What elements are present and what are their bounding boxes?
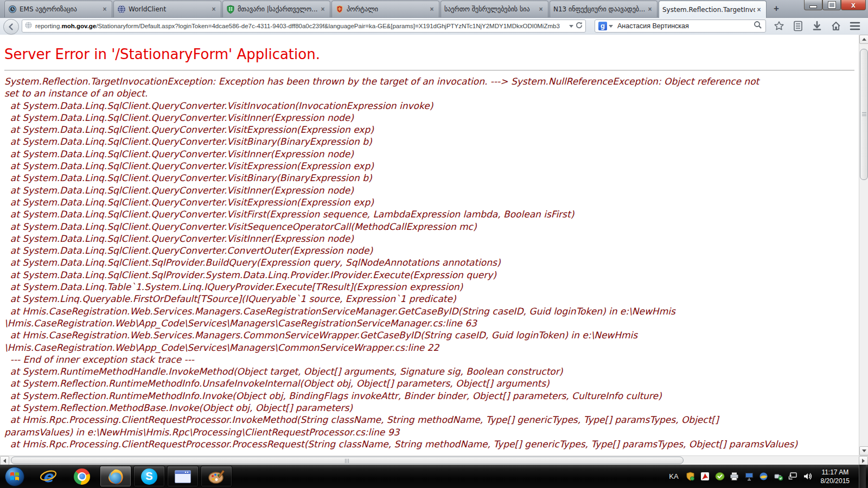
tab-close-icon[interactable]: ×	[428, 5, 436, 13]
taskbar-skype[interactable]: S	[133, 466, 165, 487]
search-input[interactable]: Анастасия Вертинская	[617, 22, 754, 30]
reload-icon[interactable]	[575, 21, 583, 31]
scroll-left-button[interactable]	[0, 456, 9, 465]
bookmarks-list-icon[interactable]	[792, 20, 805, 33]
stack-trace-line: at Hmis.Rpc.Processing.ClientRequestProc…	[4, 414, 859, 426]
taskbar-clock[interactable]: 11:17 AM 8/20/2015	[821, 468, 850, 485]
scroll-down-button[interactable]	[859, 446, 868, 455]
vertical-scrollbar[interactable]	[859, 35, 868, 455]
window-app-icon	[175, 470, 191, 483]
home-icon[interactable]	[829, 20, 843, 33]
tab-portal[interactable]: პორტალი ×	[331, 1, 439, 17]
taskbar-firefox-active[interactable]	[100, 466, 131, 487]
windows-taskbar: e	[0, 465, 868, 488]
vertical-scrollbar-thumb[interactable]	[860, 49, 868, 180]
internet-explorer-icon: e	[40, 468, 57, 485]
menu-hamburger-icon[interactable]	[848, 20, 861, 33]
restore-icon	[828, 2, 835, 8]
stack-trace-line: at System.Reflection.RuntimeMethodInfo.U…	[4, 377, 859, 389]
tab-n13-infectious[interactable]: N13 ინფექციური დაავადებ... ×	[550, 1, 658, 17]
back-arrow-icon	[7, 23, 15, 31]
adobe-reader-icon[interactable]	[700, 472, 710, 481]
minimize-button[interactable]	[804, 0, 822, 10]
antivirus-check-icon[interactable]	[715, 472, 725, 481]
url-dropdown-icon[interactable]	[569, 25, 573, 28]
tab-title: N13 ინფექციური დაავადებ...	[553, 5, 646, 13]
language-indicator[interactable]: KA	[669, 472, 678, 480]
tab-title: მთავარი |საქართველო...	[238, 5, 319, 13]
stack-trace-line: \Hmis.CaseRegistration.Web\App_Code\Serv…	[4, 317, 859, 329]
taskbar-window-app[interactable]	[167, 466, 199, 487]
stack-trace-line: at System.Data.Linq.SqlClient.QueryConve…	[4, 196, 859, 208]
url-text: reporting.moh.gov.ge/Stationaryform/Defa…	[35, 23, 567, 29]
tab-close-icon[interactable]: ×	[537, 5, 545, 13]
usb-device-icon[interactable]	[774, 472, 783, 481]
back-button[interactable]	[3, 19, 19, 35]
tab-title: პორტალი	[347, 5, 428, 13]
scroll-down-icon	[862, 450, 866, 452]
scroll-right-icon	[862, 459, 865, 463]
stack-trace-line: at System.Data.Linq.SqlClient.QueryConve…	[4, 148, 859, 160]
tab-close-icon[interactable]: ×	[101, 5, 108, 13]
tab-title: საერთო შესრულებების სია	[444, 5, 537, 13]
browser-tab-bar: EMS ავტორიზაცია × WorldClient × მთავარი …	[0, 0, 868, 18]
url-bar[interactable]: reporting.moh.gov.ge/Stationaryform/Defa…	[22, 20, 586, 33]
tab-ems-authorization[interactable]: EMS ავტორიზაცია ×	[4, 1, 112, 17]
new-tab-button[interactable]: +	[769, 4, 783, 14]
search-engine-dropdown-icon[interactable]	[609, 25, 613, 28]
page-title: Server Error in '/StationaryForm' Applic…	[4, 46, 859, 62]
tab-worldclient[interactable]: WorldClient ×	[113, 1, 221, 17]
stack-trace-line: \Hmis.CaseRegistration.Web\App_Code\Serv…	[4, 342, 859, 354]
stack-trace-line: at System.Reflection.RuntimeMethodInfo.I…	[4, 390, 859, 402]
stack-trace-line: at System.Linq.Queryable.FirstOrDefault[…	[4, 293, 859, 305]
printer-icon[interactable]	[730, 472, 739, 481]
horizontal-scrollbar[interactable]	[0, 455, 868, 465]
stack-trace-line: at System.RuntimeMethodHandle.InvokeMeth…	[4, 365, 859, 377]
volume-icon[interactable]	[803, 472, 813, 481]
tab-close-icon[interactable]: ×	[646, 5, 654, 13]
scroll-left-icon	[3, 459, 6, 463]
stack-trace-line: at System.Data.Linq.SqlClient.QueryConve…	[4, 100, 859, 112]
taskbar-paint[interactable]	[201, 466, 232, 487]
show-desktop-button[interactable]	[859, 465, 866, 488]
stack-trace-line: at System.Data.Linq.Table`1.System.Linq.…	[4, 281, 859, 293]
window-controls: x	[804, 0, 866, 10]
stack-trace-line: at System.Data.Linq.SqlClient.SqlProvide…	[4, 256, 859, 268]
firefox-icon	[107, 468, 124, 485]
network-map-icon[interactable]	[759, 472, 769, 481]
search-icon[interactable]	[754, 21, 762, 31]
tab-list[interactable]: საერთო შესრულებების სია ×	[441, 1, 548, 17]
scroll-right-button[interactable]	[859, 456, 868, 465]
tab-close-icon[interactable]: ×	[755, 6, 763, 14]
tab-close-icon[interactable]: ×	[319, 5, 327, 13]
stack-trace-line: at System.Data.Linq.SqlClient.QueryConve…	[4, 160, 859, 172]
bookmark-star-icon[interactable]	[773, 20, 786, 33]
network-connection-icon[interactable]	[788, 472, 798, 481]
taskbar-internet-explorer[interactable]: e	[33, 466, 64, 487]
stack-trace-line: at Hmis.Rpc.Processing.ClientRequestProc…	[4, 438, 859, 450]
scroll-up-button[interactable]	[859, 35, 868, 44]
tab-close-icon[interactable]: ×	[210, 5, 218, 13]
tab-mtavari[interactable]: მთავარი |საქართველო... ×	[222, 1, 330, 17]
stack-trace-line: at System.Reflection.MethodBase.Invoke(O…	[4, 402, 859, 414]
downloads-icon[interactable]	[810, 20, 824, 33]
google-engine-icon[interactable]: g	[598, 22, 607, 30]
display-settings-icon[interactable]	[744, 472, 754, 481]
stack-trace-line: at System.Data.Linq.SqlClient.QueryConve…	[4, 233, 859, 245]
close-icon: x	[851, 1, 856, 9]
restore-button[interactable]	[822, 0, 841, 10]
stack-trace-line: set to an instance of an object.	[4, 87, 859, 99]
close-button[interactable]: x	[841, 0, 866, 10]
page-content: Server Error in '/StationaryForm' Applic…	[0, 35, 859, 455]
tab-server-error-active[interactable]: System.Reflection.TargetInvo... ×	[659, 1, 767, 18]
start-button[interactable]	[4, 466, 25, 487]
stack-trace-line: at System.Data.Linq.SqlClient.QueryConve…	[4, 124, 859, 136]
tab-title: WorldClient	[129, 5, 210, 13]
scroll-up-icon	[862, 38, 866, 41]
search-box[interactable]: g Анастасия Вертинская	[595, 20, 766, 33]
security-shield-icon[interactable]	[686, 472, 695, 481]
horizontal-scrollbar-thumb[interactable]	[11, 457, 684, 464]
taskbar-chrome[interactable]	[66, 466, 98, 487]
clock-time: 11:17 AM	[821, 468, 850, 477]
stack-trace-line: at System.Data.Linq.SqlClient.SqlProvide…	[4, 269, 859, 281]
